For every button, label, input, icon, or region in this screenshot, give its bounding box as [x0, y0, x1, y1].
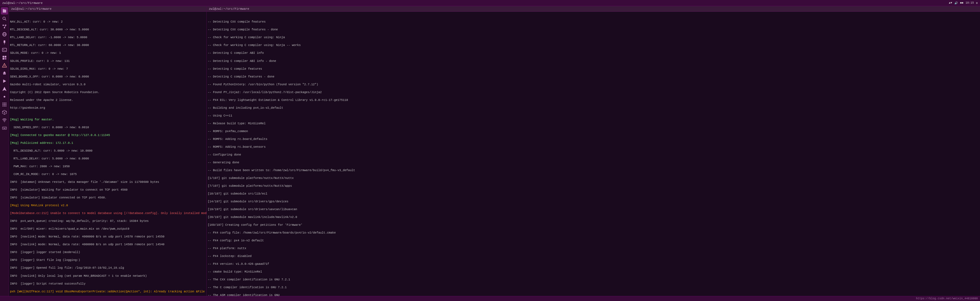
svg-point-2	[3, 24, 4, 26]
sidebar-icon-extensions[interactable]	[1, 54, 8, 61]
terminal-line: [14/197] git submodule src/drivers/gps/d…	[208, 200, 979, 204]
terminal-line: -- Detecting C compiler ABI info	[208, 51, 979, 55]
terminal-line: -- cmake build type: MinSizeRel	[208, 270, 979, 274]
svg-marker-26	[3, 79, 6, 83]
svg-rect-33	[4, 104, 5, 105]
terminal-line: INFO [simulator] Simulator connected on …	[10, 196, 205, 200]
svg-point-3	[5, 24, 6, 26]
settings-icon[interactable]: ⚙	[976, 2, 978, 5]
terminal-line: -- The CXX compiler identification is GN…	[208, 278, 979, 282]
terminal-line: INFO [simulator] Waiting for simulator t…	[10, 188, 205, 192]
svg-rect-10	[4, 40, 5, 43]
terminal-line: -- Generating done	[208, 161, 979, 165]
terminal-line: -- PX4 ECL: Very lightweight Estimation …	[208, 98, 979, 102]
terminal-line: NAV_DLL_ACT: curr: 0 -> new: 2	[10, 20, 205, 24]
sidebar-icon-nav[interactable]	[1, 85, 8, 93]
svg-marker-27	[2, 87, 6, 91]
terminal-left-titlebar: zwl@zwl:~/src/Firmware	[9, 6, 206, 12]
terminal-right-content[interactable]: -- Detecting CXX compile features -- Det…	[207, 12, 980, 296]
sidebar-icon-grid[interactable]	[1, 101, 8, 108]
sidebar-icon-robot[interactable]	[1, 70, 8, 77]
terminal-left[interactable]: zwl@zwl:~/src/Firmware NAV_DLL_ACT: curr…	[9, 6, 207, 296]
terminal-line: -- The ASM compiler identification is GN…	[208, 293, 979, 296]
terminal-line: -- Detecting C compile features	[208, 67, 979, 71]
volume-icon: 🔊	[955, 2, 958, 5]
terminal-line: [19/197] git submodule src/drivers/uavca…	[208, 208, 979, 211]
bottom-bar: https://blog.csdn.net/weixin_44816080	[0, 296, 980, 301]
sidebar-icon-play[interactable]	[1, 77, 8, 85]
svg-rect-48	[3, 128, 6, 129]
svg-rect-45	[4, 128, 4, 128]
terminal-line: SDLOG_PROFILE: curr: 3 -> new: 131	[10, 59, 205, 63]
svg-point-42	[4, 122, 5, 122]
top-bar-left: zwl@zwl:~/src/Firmware	[2, 2, 43, 5]
sidebar-icon-keyboard[interactable]	[1, 124, 8, 131]
terminal-line: -- Check for working C compiler using: N…	[208, 36, 979, 40]
battery-icon: ■■	[960, 2, 963, 5]
sidebar-icon-warn[interactable]	[1, 62, 8, 69]
terminal-line: -- Configuring done	[208, 153, 979, 157]
terminal-line: SENS_BOARD_X_OFF: curr: 0.0000 -> new: 0…	[10, 75, 205, 79]
terminal-line: -- Detecting CXX compile features	[208, 20, 979, 24]
terminal-line: SDLOG_DIRS_MAX: curr: 0 -> new: 7	[10, 67, 205, 71]
sidebar-icon-bullet[interactable]	[1, 93, 8, 100]
sidebar-icon-git[interactable]	[1, 23, 8, 30]
svg-rect-22	[4, 72, 5, 73]
sidebar-icon-wifi2[interactable]	[1, 117, 8, 124]
terminal-line: -- ROMFS: px4fmu_common	[208, 130, 979, 133]
sidebar-icon-search[interactable]	[1, 15, 8, 22]
terminal-line: [Msg] Publicized address: 172.17.0.1	[10, 141, 205, 145]
terminal-line: RTL_DESCEND_ALT: curr: 30.0000 -> new: 5…	[10, 28, 205, 32]
terminal-line: -- PX4 lockstep: disabled	[208, 255, 979, 258]
terminal-right-titlebar: zwl@zwl:~/src/Firmware	[207, 6, 980, 12]
terminal-line: Released under the Apache 2 license.	[10, 98, 205, 102]
svg-rect-30	[4, 102, 5, 103]
terminal-line: [7/197] git submodule platforms/nuttx/Nu…	[208, 184, 979, 188]
terminal-line: -- Detecting CXX compile features - done	[208, 28, 979, 32]
terminal-line: RTL_LAND_DELAY: curr: 5.0000 -> new: 0.0…	[10, 157, 205, 161]
sidebar-icon-debug[interactable]	[1, 38, 8, 46]
terminal-line: Gazebo multi-robot simulator, version 9.…	[10, 83, 205, 86]
terminal-line: -- Found PythonInterp: /usr/bin/python (…	[208, 83, 979, 86]
terminal-line: [Msg] Connected to gazebo master @ http:…	[10, 133, 205, 138]
terminal-line: RTL_DESCEND_ALT: curr: 5.0000 -> new: 10…	[10, 149, 205, 153]
terminal-line: -- Detecting C compiler ABI info - done	[208, 59, 979, 63]
svg-rect-16	[3, 58, 4, 60]
terminal-line: Copyright (C) 2012 Open Source Robotics …	[10, 91, 205, 94]
terminal-line: -- Detecting C compile features - done	[208, 75, 979, 79]
terminal-line: COM_RC_IN_MODE: curr: 0 -> new: 1075	[10, 173, 205, 176]
terminal-left-content[interactable]: NAV_DLL_ACT: curr: 0 -> new: 2 RTL_DESCE…	[9, 12, 206, 296]
svg-rect-31	[5, 102, 6, 103]
top-bar: zwl@zwl:~/src/Firmware ▲▼ 🔊 ■■ 10:15 ⚙	[0, 0, 980, 6]
svg-point-23	[3, 73, 4, 74]
terminal-line: [Msg] Using MAVLink protocol v2.0	[10, 204, 205, 208]
sidebar-icon-cube[interactable]	[1, 109, 8, 116]
time-display: 10:15	[966, 2, 974, 5]
sidebar-icon-files[interactable]	[1, 7, 8, 14]
svg-rect-32	[3, 104, 3, 105]
sidebar	[0, 6, 9, 296]
terminal-right-title: zwl@zwl:~/src/Firmware	[209, 7, 249, 11]
svg-line-1	[5, 19, 6, 21]
terminal-left-title: zwl@zwl:~/src/Firmware	[11, 7, 51, 11]
terminal-line: -- PX4 version: v1.9.0-426-gaaad71f	[208, 262, 979, 266]
svg-rect-46	[5, 128, 5, 128]
sidebar-icon-browser[interactable]	[1, 30, 8, 38]
terminal-line: PWM_MAX: curr: 2000 -> new: 1950	[10, 165, 205, 169]
terminal-line: -- Release build type: MinSizeRel	[208, 122, 979, 126]
terminal-right[interactable]: zwl@zwl:~/src/Firmware -- Detecting CXX …	[207, 6, 980, 296]
terminal-line: -- Check for working C compiler using: N…	[208, 43, 979, 47]
terminal-line: pxh [Wm][GUIfFace.cc:117] void DbusMenuE…	[10, 290, 205, 294]
sidebar-icon-terminal[interactable]	[1, 46, 8, 53]
terminal-line: INFO [navlink] mode: Normal, data rate: …	[10, 243, 205, 247]
terminal-line: INFO [logger] logger started (mode=all)	[10, 251, 205, 255]
terminal-line: [10/197] git submodule src/lib/ecl	[208, 192, 979, 196]
svg-rect-17	[5, 58, 6, 60]
main-container: zwl@zwl:~/src/Firmware NAV_DLL_ACT: curr…	[0, 6, 980, 296]
svg-rect-47	[5, 128, 6, 128]
svg-rect-29	[3, 102, 3, 103]
terminal-line: -- Using C++11	[208, 114, 979, 118]
terminal-line: SENS_DPRES_OFF: curr: 0.0000 -> new: 0.0…	[10, 126, 205, 130]
window-title: zwl@zwl:~/src/Firmware	[2, 2, 43, 5]
terminal-line: -- PX4 config file: /home/zwl/src/Firmwa…	[208, 231, 979, 235]
